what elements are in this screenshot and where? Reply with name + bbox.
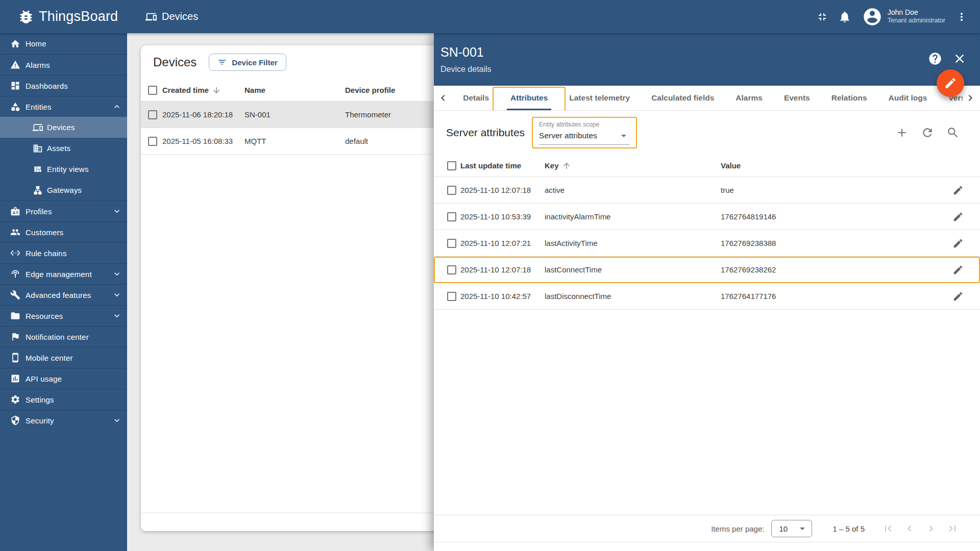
sidebar-item-notification-center[interactable]: Notification center — [0, 326, 127, 347]
tab-events[interactable]: Events — [773, 86, 821, 110]
first-page-icon — [882, 522, 894, 535]
attribute-value-cell: 1762764177176 — [721, 292, 947, 300]
devices-table-title: Devices — [153, 55, 197, 69]
edit-attribute-button[interactable] — [952, 238, 964, 249]
next-page-button[interactable] — [925, 522, 937, 535]
column-created-time[interactable]: Created time — [162, 86, 209, 94]
sidebar-item-label: Advanced features — [26, 291, 91, 299]
fullscreen-exit-button[interactable] — [811, 6, 834, 28]
sidebar-item-resources[interactable]: Resources — [0, 305, 127, 326]
dropdown-arrow-icon — [796, 522, 808, 535]
column-name[interactable]: Name — [244, 86, 345, 94]
chevron-right-icon — [925, 522, 937, 535]
first-page-button[interactable] — [882, 522, 894, 535]
attribute-row-inactivityalarmtime[interactable]: 2025-11-10 10:53:39inactivityAlarmTime17… — [434, 204, 980, 230]
help-button[interactable] — [928, 52, 942, 67]
select-all-attributes-checkbox[interactable] — [447, 161, 456, 170]
flag-icon — [10, 332, 20, 342]
edit-attribute-button[interactable] — [952, 211, 964, 222]
edit-attribute-button[interactable] — [952, 291, 964, 302]
tab-attributes[interactable]: Attributes — [500, 86, 558, 110]
sidebar-item-settings[interactable]: Settings — [0, 389, 127, 410]
sidebar-item-label: Devices — [47, 123, 75, 132]
sidebar-item-entity-views[interactable]: Entity views — [0, 159, 127, 180]
sidebar-item-alarms[interactable]: Alarms — [0, 54, 127, 75]
sidebar-item-entities[interactable]: Entities — [0, 96, 127, 117]
attribute-key-cell: inactivityAlarmTime — [545, 212, 721, 221]
sidebar-item-profiles[interactable]: Profiles — [0, 201, 127, 221]
chevron-up-icon — [112, 102, 122, 112]
sidebar-item-edge-management[interactable]: Edge management — [0, 263, 127, 284]
sidebar-item-devices[interactable]: Devices — [0, 117, 127, 138]
insert-chart-icon — [10, 373, 20, 384]
attribute-row-checkbox[interactable] — [447, 265, 456, 274]
user-menu[interactable]: John Doe Tenant administrator — [862, 7, 945, 27]
sidebar-item-advanced-features[interactable]: Advanced features — [0, 284, 127, 305]
attribute-row-checkbox[interactable] — [447, 239, 456, 248]
tabs-scroll-right-button[interactable] — [961, 86, 980, 110]
attribute-row-checkbox[interactable] — [447, 186, 456, 195]
attributes-table-body: 2025-11-10 12:07:18activetrue2025-11-10 … — [434, 177, 980, 310]
tab-label: Calculated fields — [651, 93, 714, 103]
sidebar-item-label: Rule chains — [26, 249, 67, 258]
edit-attribute-button[interactable] — [952, 264, 964, 276]
app-title: ThingsBoard — [39, 9, 118, 24]
device-name-cell: SN-001 — [244, 110, 345, 119]
chevron-left-icon — [903, 522, 916, 535]
tab-alarms[interactable]: Alarms — [725, 86, 773, 110]
tab-audit-logs[interactable]: Audit logs — [878, 86, 938, 110]
attribute-time-cell: 2025-11-10 10:42:57 — [460, 292, 545, 300]
sidebar-item-security[interactable]: Security — [0, 410, 127, 431]
sidebar-item-mobile-center[interactable]: Mobile center — [0, 347, 127, 368]
sidebar-item-api-usage[interactable]: API usage — [0, 368, 127, 389]
attributes-scope-select[interactable]: Server attributes — [539, 130, 630, 145]
sidebar-item-gateways[interactable]: Gateways — [0, 180, 127, 201]
tab-label: Details — [463, 93, 489, 103]
attribute-row-lastconnecttime[interactable]: 2025-11-10 12:07:18lastConnectTime176276… — [434, 257, 980, 283]
device-filter-button[interactable]: Device Filter — [209, 54, 286, 71]
add-attribute-button[interactable] — [895, 126, 909, 139]
sidebar-item-dashboards[interactable]: Dashboards — [0, 75, 127, 96]
attribute-row-checkbox[interactable] — [447, 292, 456, 301]
attribute-row-active[interactable]: 2025-11-10 12:07:18activetrue — [434, 177, 980, 204]
items-per-page-label: Items per page: — [711, 524, 764, 533]
scope-value: Server attributes — [539, 131, 597, 140]
attribute-row-lastdisconnecttime[interactable]: 2025-11-10 10:42:57lastDisconnectTime176… — [434, 283, 980, 310]
sidebar-item-home[interactable]: Home — [0, 33, 127, 54]
sidebar-item-label: Resources — [26, 312, 63, 320]
previous-page-button[interactable] — [903, 522, 916, 535]
column-last-update-time[interactable]: Last update time — [460, 161, 545, 170]
devices-icon — [33, 122, 43, 133]
tab-calculated-fields[interactable]: Calculated fields — [641, 86, 725, 110]
tabs-scroll-left-button[interactable] — [434, 86, 452, 110]
edit-attribute-button[interactable] — [952, 185, 964, 196]
search-button[interactable] — [946, 126, 960, 139]
chevron-down-icon — [112, 269, 122, 279]
sidebar-item-rule-chains[interactable]: Rule chains — [0, 242, 127, 263]
sidebar-item-label: Dashboards — [26, 82, 68, 90]
device-created-cell: 2025-11-05 16:08:33 — [162, 137, 244, 145]
select-all-devices-checkbox[interactable] — [148, 86, 157, 95]
sidebar-item-label: Home — [26, 39, 46, 48]
tab-latest-telemetry[interactable]: Latest telemetry — [558, 86, 641, 110]
more-options-button[interactable] — [950, 6, 973, 28]
sidebar-item-assets[interactable]: Assets — [0, 138, 127, 159]
last-page-button[interactable] — [946, 522, 959, 535]
app-logo[interactable]: ThingsBoard — [0, 8, 127, 26]
sidebar-item-customers[interactable]: Customers — [0, 221, 127, 242]
items-per-page-select[interactable]: 10 — [771, 520, 812, 537]
user-role: Tenant administrator — [888, 17, 945, 25]
tab-details[interactable]: Details — [452, 86, 500, 110]
refresh-button[interactable] — [921, 126, 934, 139]
notifications-button[interactable] — [834, 6, 856, 28]
tab-relations[interactable]: Relations — [821, 86, 878, 110]
device-row-checkbox[interactable] — [148, 110, 157, 119]
column-value[interactable]: Value — [721, 161, 947, 170]
edit-device-fab[interactable] — [937, 69, 964, 97]
attribute-row-checkbox[interactable] — [447, 212, 456, 221]
device-row-checkbox[interactable] — [148, 137, 157, 146]
device-name-cell: MQTT — [244, 137, 345, 145]
column-key[interactable]: Key — [545, 161, 559, 170]
close-details-button[interactable] — [952, 52, 967, 67]
attribute-row-lastactivitytime[interactable]: 2025-11-10 12:07:21lastActivityTime17627… — [434, 230, 980, 257]
